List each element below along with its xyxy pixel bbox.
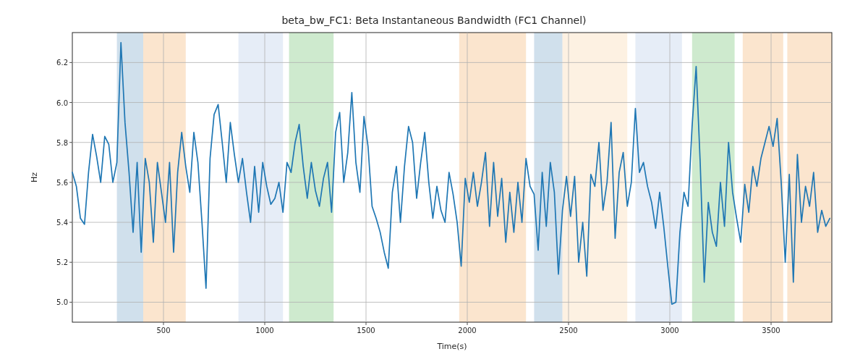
y-tick-label: 5.6 [48,178,68,186]
axes: Time(s) Hz 500100015002000250030003500 5… [72,33,832,322]
x-tick-label: 3000 [660,327,678,334]
y-tick-label: 5.8 [48,138,68,146]
x-tick-label: 1500 [357,327,375,334]
highlight-span [563,33,628,322]
y-axis-label: Hz [30,172,39,182]
x-tick-label: 2500 [559,327,577,334]
highlight-span [143,33,186,322]
chart-title: beta_bw_FC1: Beta Instantaneous Bandwidt… [0,14,868,26]
y-tick-label: 5.4 [48,219,68,227]
highlight-span [117,33,143,322]
highlight-span [692,33,735,322]
x-tick-label: 3500 [762,327,780,334]
figure: beta_bw_FC1: Beta Instantaneous Bandwidt… [0,0,868,362]
y-tick-label: 5.0 [48,298,68,306]
x-axis-label: Time(s) [72,342,832,351]
x-tick-label: 1000 [255,327,273,334]
y-tick-label: 6.0 [48,98,68,106]
y-tick-label: 6.2 [48,59,68,67]
y-tick-label: 5.2 [48,258,68,266]
highlight-span [743,33,783,322]
plot-svg [72,33,832,322]
x-tick-label: 2000 [458,327,476,334]
highlight-span [289,33,334,322]
highlight-span [534,33,562,322]
highlight-span [635,33,681,322]
x-tick-label: 500 [156,327,170,334]
